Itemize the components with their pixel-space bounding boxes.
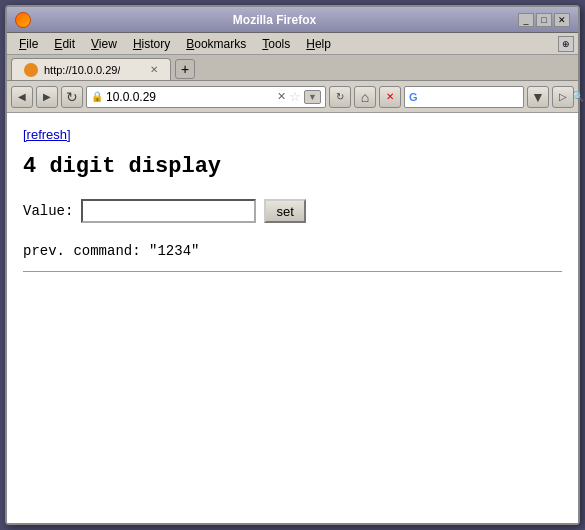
bookmark-star-icon[interactable]: ☆ bbox=[289, 89, 301, 104]
tab-close-button[interactable]: ✕ bbox=[150, 64, 158, 75]
new-tab-button[interactable]: + bbox=[175, 59, 195, 79]
browser-window: Mozilla Firefox _ □ ✕ File Edit View His… bbox=[5, 5, 580, 525]
address-dropdown-button[interactable]: ▼ bbox=[304, 90, 321, 104]
set-button[interactable]: set bbox=[264, 199, 305, 223]
tab-favicon-icon bbox=[24, 63, 38, 77]
refresh-link[interactable]: [refresh] bbox=[23, 127, 71, 142]
menu-edit[interactable]: Edit bbox=[46, 35, 83, 53]
value-input[interactable] bbox=[81, 199, 256, 223]
address-input[interactable] bbox=[106, 90, 274, 104]
menu-file[interactable]: File bbox=[11, 35, 46, 53]
window-title: Mozilla Firefox bbox=[31, 13, 518, 27]
maximize-button[interactable]: □ bbox=[536, 13, 552, 27]
forward-icon: ▶ bbox=[43, 91, 51, 102]
back-icon: ◀ bbox=[18, 91, 26, 102]
reload-icon: ↻ bbox=[66, 89, 78, 105]
prev-command-text: prev. command: "1234" bbox=[23, 243, 562, 259]
menu-help[interactable]: Help bbox=[298, 35, 339, 53]
expand-icon: ▷ bbox=[559, 91, 567, 102]
value-label: Value: bbox=[23, 203, 73, 219]
maximize-nav-button[interactable]: ▷ bbox=[552, 86, 574, 108]
refresh-icon: ↻ bbox=[336, 91, 344, 102]
menu-extra-icon[interactable]: ⊕ bbox=[558, 36, 574, 52]
google-search-icon: G bbox=[409, 91, 418, 103]
stop-button[interactable]: ✕ bbox=[379, 86, 401, 108]
stop-icon: ✕ bbox=[386, 91, 394, 102]
forward-button[interactable]: ▶ bbox=[36, 86, 58, 108]
navigation-bar: ◀ ▶ ↻ 🔒 ✕ ☆ ▼ ↻ ⌂ ✕ G 🔍 bbox=[7, 81, 578, 113]
reload-button[interactable]: ↻ bbox=[61, 86, 83, 108]
browser-logo-icon bbox=[15, 12, 31, 28]
menu-bar: File Edit View History Bookmarks Tools H… bbox=[7, 33, 578, 55]
browser-tab[interactable]: http://10.0.0.29/ ✕ bbox=[11, 58, 171, 80]
minimize-button[interactable]: _ bbox=[518, 13, 534, 27]
menu-bookmarks[interactable]: Bookmarks bbox=[178, 35, 254, 53]
close-button[interactable]: ✕ bbox=[554, 13, 570, 27]
tab-bar: http://10.0.0.29/ ✕ + bbox=[7, 55, 578, 81]
title-bar: Mozilla Firefox _ □ ✕ bbox=[7, 7, 578, 33]
title-bar-buttons: _ □ ✕ bbox=[518, 13, 570, 27]
back-button[interactable]: ◀ bbox=[11, 86, 33, 108]
address-clear-button[interactable]: ✕ bbox=[277, 90, 286, 103]
refresh-nav-button[interactable]: ↻ bbox=[329, 86, 351, 108]
menu-tools[interactable]: Tools bbox=[254, 35, 298, 53]
search-bar: G 🔍 bbox=[404, 86, 524, 108]
download-icon: ▼ bbox=[531, 89, 545, 105]
home-button[interactable]: ⌂ bbox=[354, 86, 376, 108]
tab-label: http://10.0.0.29/ bbox=[44, 64, 120, 76]
address-favicon-icon: 🔒 bbox=[91, 91, 103, 102]
value-form-row: Value: set bbox=[23, 199, 562, 223]
menu-view[interactable]: View bbox=[83, 35, 125, 53]
home-icon: ⌂ bbox=[361, 89, 369, 105]
page-title: 4 digit display bbox=[23, 154, 562, 179]
address-bar: 🔒 ✕ ☆ ▼ bbox=[86, 86, 326, 108]
download-button[interactable]: ▼ bbox=[527, 86, 549, 108]
menu-history[interactable]: History bbox=[125, 35, 178, 53]
divider-line bbox=[23, 271, 562, 272]
content-area: [refresh] 4 digit display Value: set pre… bbox=[7, 113, 578, 523]
